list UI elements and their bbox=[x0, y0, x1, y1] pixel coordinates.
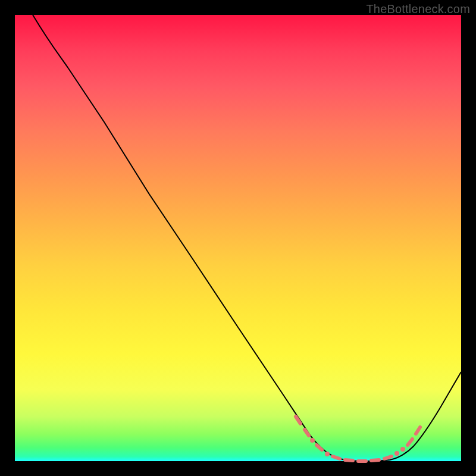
marker-dash bbox=[408, 439, 412, 445]
marker-dash bbox=[296, 416, 300, 424]
bottleneck-curve bbox=[33, 15, 461, 461]
marker-dash bbox=[371, 460, 379, 461]
chart-area bbox=[15, 15, 461, 461]
marker-dot bbox=[394, 451, 399, 456]
marker-dash bbox=[416, 427, 420, 434]
marker-dash bbox=[333, 456, 340, 459]
curve-layer bbox=[15, 15, 461, 461]
marker-dash bbox=[317, 445, 322, 450]
marker-dash bbox=[305, 430, 309, 436]
marker-dot bbox=[325, 452, 330, 456]
watermark-text: TheBottleneck.com bbox=[366, 2, 470, 16]
marker-dot bbox=[310, 438, 315, 443]
marker-dash bbox=[345, 460, 353, 461]
marker-dash bbox=[384, 456, 392, 459]
marker-dot bbox=[400, 447, 405, 452]
